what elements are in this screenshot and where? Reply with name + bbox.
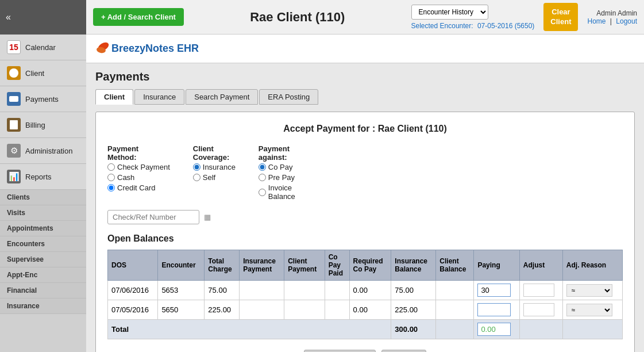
radio-cash[interactable]	[107, 174, 115, 181]
sidebar-item-payments[interactable]: Payments	[0, 86, 86, 112]
sidebar-item-label: Administration	[25, 147, 72, 155]
add-search-client-button[interactable]: + Add / Search Client	[93, 8, 184, 26]
sidebar-section-appt-enc[interactable]: Appt-Enc	[0, 267, 86, 283]
sidebar-toggle[interactable]: «	[0, 0, 86, 35]
sidebar-item-label: Billing	[25, 121, 45, 129]
adjust-input-1[interactable]	[523, 284, 554, 297]
against-invoice-balance[interactable]: InvoiceBalance	[259, 183, 295, 201]
sidebar-item-client[interactable]: Client	[0, 60, 86, 86]
col-client-balance: ClientBalance	[436, 250, 474, 281]
check-ref-input[interactable]	[107, 210, 199, 224]
selected-encounter-label: Selected Encounter:	[411, 22, 473, 30]
sidebar-item-label: Payments	[25, 95, 59, 104]
calendar-icon: 15	[7, 40, 21, 54]
sidebar-section-appointments[interactable]: Appointments	[0, 221, 86, 236]
against-co-pay[interactable]: Co Pay	[259, 163, 295, 171]
tab-insurance[interactable]: Insurance	[134, 89, 184, 105]
cell-adjust-2[interactable]	[519, 300, 562, 320]
col-adj-reason: Adj. Reason	[562, 250, 622, 281]
coverage-insurance[interactable]: Insurance	[193, 163, 236, 171]
client-icon	[7, 66, 21, 80]
open-balances-title: Open Balances	[107, 234, 623, 244]
adj-reason-select-2[interactable]: ≈	[566, 304, 612, 316]
col-required-co-pay: RequiredCo Pay	[349, 250, 391, 281]
sidebar-item-reports[interactable]: 📊 Reports	[0, 164, 86, 190]
paying-input-1[interactable]	[477, 284, 511, 297]
admin-name: Admin Admin	[587, 9, 637, 17]
client-coverage-group: ClientCoverage: Insurance Self	[193, 144, 236, 182]
sidebar-section-visits[interactable]: Visits	[0, 205, 86, 221]
cell-paying-2[interactable]	[474, 300, 519, 320]
cell-client-balance-1	[436, 281, 474, 300]
radio-pre-pay[interactable]	[259, 174, 266, 181]
admin-area: Admin Admin Home | Logout	[587, 9, 637, 25]
cell-dos-2: 07/05/2016	[108, 300, 158, 320]
cell-co-pay-paid-1	[325, 281, 349, 300]
cell-adjust-1[interactable]	[519, 281, 562, 300]
col-insurance-payment: InsurancePayment	[240, 250, 284, 281]
home-link[interactable]: Home	[587, 17, 606, 25]
separator: |	[610, 17, 612, 25]
co-pay-label: Co Pay	[268, 163, 293, 171]
cell-encounter-2: 5650	[158, 300, 205, 320]
paying-input-2[interactable]	[477, 303, 511, 316]
radio-check-payment[interactable]	[107, 163, 115, 171]
cell-total-charge-2: 225.00	[205, 300, 240, 320]
cell-co-pay-paid-2	[325, 300, 349, 320]
sidebar-section-financial[interactable]: Financial	[0, 283, 86, 299]
col-adjust: Adjust	[519, 250, 562, 281]
radio-insurance[interactable]	[193, 163, 200, 171]
selected-encounter-link[interactable]: 07-05-2016 (5650)	[477, 22, 534, 30]
sidebar-section-insurance[interactable]: Insurance	[0, 299, 86, 314]
col-co-pay-paid: CoPayPaid	[325, 250, 349, 281]
adjust-input-2[interactable]	[523, 303, 554, 316]
col-encounter: Encounter	[158, 250, 205, 281]
insurance-label: Insurance	[203, 163, 236, 171]
total-paying[interactable]	[474, 320, 519, 339]
logo-text: BreezyNotes EHR	[111, 43, 199, 55]
radio-invoice-balance[interactable]	[259, 189, 266, 196]
cell-client-balance-2	[436, 300, 474, 320]
encounter-history-dropdown[interactable]: Encounter History All Encounters	[411, 5, 488, 20]
radio-self[interactable]	[193, 174, 200, 181]
sidebar-item-administration[interactable]: ⚙ Administration	[0, 138, 86, 164]
payment-method-cash[interactable]: Cash	[107, 173, 170, 182]
check-payment-label: Check Payment	[117, 163, 170, 171]
payment-method-credit[interactable]: Credit Card	[107, 183, 170, 192]
cell-dos-1: 07/06/2016	[108, 281, 158, 300]
tab-era-posting[interactable]: ERA Posting	[259, 89, 318, 105]
tab-search-payment[interactable]: Search Payment	[186, 89, 258, 105]
cell-ins-balance-2: 225.00	[391, 300, 436, 320]
logout-link[interactable]: Logout	[616, 17, 637, 25]
sidebar-section-clients[interactable]: Clients	[0, 190, 86, 205]
post-payments-button[interactable]: Post Payments	[304, 350, 376, 352]
self-label: Self	[203, 173, 215, 182]
sidebar-item-billing[interactable]: Billing	[0, 112, 86, 138]
total-ins-balance: 300.00	[391, 320, 436, 339]
table-row: 07/06/2016 5653 75.00 0.00 75.00 ≈	[108, 281, 623, 300]
coverage-self[interactable]: Self	[193, 173, 236, 182]
radio-co-pay[interactable]	[259, 163, 266, 171]
tab-client[interactable]: Client	[95, 89, 133, 105]
cell-adj-reason-2[interactable]: ≈	[562, 300, 622, 320]
total-paying-input[interactable]	[477, 323, 511, 336]
payments-icon	[7, 92, 21, 106]
accept-payment-title: Accept Payment for : Rae Client (110)	[107, 124, 623, 134]
col-client-payment: ClientPayment	[284, 250, 325, 281]
total-row: Total 300.00	[108, 320, 623, 339]
col-dos: DOS	[108, 250, 158, 281]
clear-client-button[interactable]: ClearClient	[543, 3, 578, 32]
cell-paying-1[interactable]	[474, 281, 519, 300]
adj-reason-select-1[interactable]: ≈	[566, 284, 612, 297]
sidebar-section-supervisee[interactable]: Supervisee	[0, 252, 86, 267]
sidebar-section-encounters[interactable]: Encounters	[0, 236, 86, 252]
payment-method-check[interactable]: Check Payment	[107, 163, 170, 171]
radio-credit-card[interactable]	[107, 184, 115, 192]
col-total-charge: TotalCharge	[205, 250, 240, 281]
payment-method-options: Check Payment Cash Credit Card	[107, 163, 170, 192]
against-pre-pay[interactable]: Pre Pay	[259, 173, 295, 182]
sidebar-item-calendar[interactable]: 15 Calendar	[0, 35, 86, 60]
cancel-button[interactable]: Cancel	[381, 350, 426, 352]
cell-adj-reason-1[interactable]: ≈	[562, 281, 622, 300]
payment-method-label: PaymentMethod:	[107, 144, 138, 162]
